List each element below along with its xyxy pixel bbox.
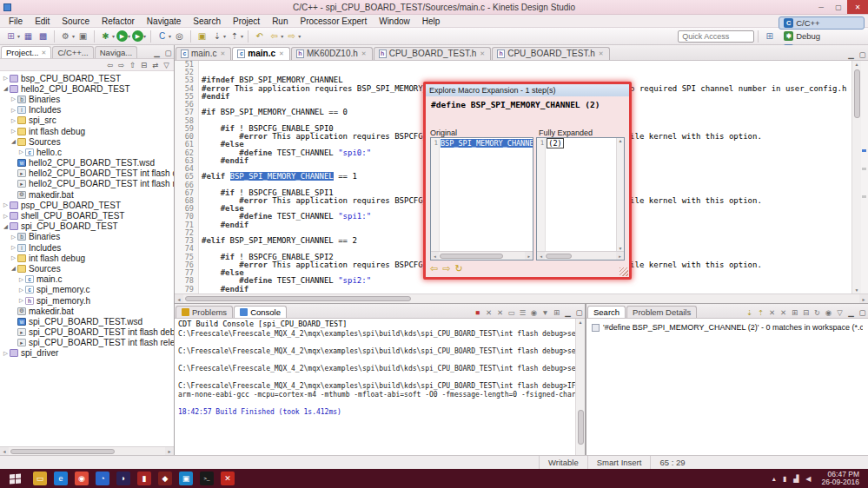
minimize-window-button[interactable]: ─ <box>812 0 830 14</box>
back-icon[interactable]: ⇦ <box>268 30 281 43</box>
previous-annotation-dropdown-icon[interactable]: ▾ <box>241 33 243 39</box>
last-edit-location-icon[interactable]: ↶ <box>253 30 266 43</box>
external-tools-icon[interactable]: ▶ <box>132 30 143 42</box>
next-expansion-icon[interactable]: ⇨ <box>442 263 450 274</box>
minimize-editor-icon[interactable]: ▁ <box>845 49 857 60</box>
scroll-right-icon[interactable]: ▸ <box>165 447 174 455</box>
console-output[interactable]: CDT Build Console [spi_CPU_BOARD_TEST] C… <box>175 319 585 455</box>
new-c-cpp-dropdown-icon[interactable]: ▾ <box>169 33 171 39</box>
expand-arrow-icon[interactable]: ▷ <box>2 75 10 82</box>
menu-file[interactable]: File <box>3 16 29 26</box>
close-tab-icon[interactable]: ✕ <box>220 50 225 57</box>
scroll-right-icon[interactable]: ▸ <box>859 294 868 303</box>
tree-item-spi-cpu-board-test[interactable]: ◢spi_CPU_BOARD_TEST <box>0 221 174 232</box>
expand-all-icon[interactable]: ⊞ <box>789 307 800 318</box>
debug-perspective-button[interactable]: ✱Debug <box>779 30 865 43</box>
scroll-left-icon[interactable]: ◂ <box>537 252 545 260</box>
tree-item-hello2-cpu-board-test[interactable]: ◢hello2_CPU_BOARD_TEST <box>0 83 174 94</box>
tree-item-makedir-bat[interactable]: ⚙makedir.bat <box>0 189 174 200</box>
collapse-arrow-icon[interactable]: ◢ <box>10 265 17 272</box>
tree-item-main-c[interactable]: ▷cmain.c <box>0 274 174 285</box>
new-dropdown-icon[interactable]: ▾ <box>17 33 20 39</box>
expand-arrow-icon[interactable]: ▷ <box>17 297 25 304</box>
previous-match-icon[interactable]: ⇡ <box>755 307 766 318</box>
menu-window[interactable]: Window <box>373 16 416 26</box>
tree-item-hello2-cpu-board-test-wsd[interactable]: whello2_CPU_BOARD_TEST.wsd <box>0 158 174 168</box>
save-icon[interactable]: ▦ <box>22 30 35 43</box>
close-tab-icon[interactable]: ✕ <box>361 50 367 57</box>
tree-item-spi-driver[interactable]: ▷spi_driver <box>0 348 174 359</box>
run-icon[interactable]: ▶ <box>116 30 128 42</box>
external-tools-dropdown-icon[interactable]: ▾ <box>143 33 146 39</box>
show-hidden-icons[interactable]: ▴ <box>772 475 776 483</box>
expand-arrow-icon[interactable]: ▷ <box>10 128 17 135</box>
menu-processor-expert[interactable]: Processor Expert <box>294 16 373 26</box>
collapse-all-icon[interactable]: ⊟ <box>800 307 812 318</box>
open-console-icon[interactable]: ⊞ <box>551 307 562 318</box>
expand-arrow-icon[interactable]: ▷ <box>17 276 25 283</box>
volume-icon[interactable]: ◀ <box>805 475 811 483</box>
expand-arrow-icon[interactable]: ▷ <box>2 350 10 357</box>
menu-navigate[interactable]: Navigate <box>141 16 187 26</box>
view-menu-icon[interactable]: ▽ <box>834 307 845 318</box>
search-results[interactable]: '#define BSP_SPI_MEMORY_CHANNEL (2)' - 0… <box>586 319 868 455</box>
forward-icon[interactable]: ⇨ <box>285 30 298 43</box>
menu-refactor[interactable]: Refactor <box>96 16 141 26</box>
expand-arrow-icon[interactable]: ▷ <box>17 287 25 293</box>
forward-dropdown-icon[interactable]: ▾ <box>298 33 301 39</box>
minimize-view-icon[interactable]: ▁ <box>151 47 162 58</box>
back-dropdown-icon[interactable]: ▾ <box>281 33 283 39</box>
collapse-arrow-icon[interactable]: ◢ <box>10 138 17 145</box>
tree-item-hello2-cpu-board-test-int-flash-release-jlink[interactable]: ▸hello2_CPU_BOARD_TEST int flash release… <box>0 179 174 189</box>
explorer-hscrollbar[interactable]: ◂ ▸ <box>0 446 174 455</box>
expanded-pane[interactable]: 1 (2) ▲ ▼ ◂ ▸ <box>536 137 625 260</box>
restore-window-button[interactable]: ▢ <box>830 0 847 14</box>
tree-item-spi-cpu-board-test-int-flash-debug-jlink-laur[interactable]: ▸spi_CPU_BOARD_TEST int flash debug jlin… <box>0 327 174 338</box>
start-button[interactable] <box>3 469 26 488</box>
next-annotation-icon[interactable]: ⇣ <box>210 30 223 43</box>
collapse-arrow-icon[interactable]: ◢ <box>2 85 10 92</box>
editor-tab-mk60dz10-h[interactable]: hMK60DZ10.h✕ <box>291 47 373 60</box>
quick-access-input[interactable] <box>678 30 754 43</box>
run-search-again-icon[interactable]: ↻ <box>812 307 823 318</box>
original-pane[interactable]: 1 BSP_SPI_MEMORY_CHANNEL ◂ ▸ <box>430 137 533 260</box>
editor-tab-main-c[interactable]: cmain.c✕ <box>176 47 231 60</box>
expand-arrow-icon[interactable]: ▷ <box>2 213 10 220</box>
pin-console-icon[interactable]: ◉ <box>528 307 540 318</box>
overview-ruler[interactable] <box>861 61 868 293</box>
search-result-item[interactable]: '#define BSP_SPI_MEMORY_CHANNEL (2)' - 0… <box>592 323 863 332</box>
previous-expansion-icon[interactable]: ⇦ <box>430 263 438 274</box>
tree-item-spi-src[interactable]: ▷spi_src <box>0 115 174 126</box>
scroll-down-icon[interactable]: ▼ <box>855 287 859 293</box>
open-perspective-icon[interactable]: ⊞ <box>763 30 776 43</box>
scroll-thumb[interactable] <box>854 69 860 118</box>
remove-all-launches-icon[interactable]: ✕ <box>494 307 506 318</box>
tree-item-spi-memory-h[interactable]: ▷hspi_memory.h <box>0 295 174 306</box>
tree-item-binaries[interactable]: ▷bBinaries <box>0 232 174 242</box>
scroll-thumb[interactable] <box>185 296 411 301</box>
menu-edit[interactable]: Edit <box>29 16 56 26</box>
link-with-editor-icon[interactable]: ⇄ <box>149 59 161 70</box>
forward-icon[interactable]: ⇨ <box>116 59 127 70</box>
save-all-icon[interactable]: ▩ <box>36 30 50 43</box>
taskbar-clock[interactable]: 06:47 PM 26-09-2016 <box>822 471 859 487</box>
eclipse-icon[interactable]: ◗ <box>116 472 130 485</box>
console-vscrollbar[interactable]: ▲ <box>575 319 585 455</box>
scroll-thumb[interactable] <box>578 410 584 445</box>
tab-problem-details[interactable]: Problem Details <box>626 306 697 318</box>
maximize-icon[interactable]: ▢ <box>573 307 585 318</box>
manage-configurations-icon[interactable]: ▣ <box>76 30 89 43</box>
tree-item-int-flash-debug[interactable]: ▷int flash debug <box>0 253 174 263</box>
rerun-expansion-icon[interactable]: ↻ <box>454 263 462 274</box>
close-window-button[interactable]: ✕ <box>847 0 868 14</box>
scroll-right-icon[interactable]: ▸ <box>525 252 533 260</box>
view-tab-c-c[interactable]: C/C++... <box>52 46 93 58</box>
expand-arrow-icon[interactable]: ▷ <box>2 201 10 208</box>
scroll-left-icon[interactable]: ◂ <box>431 252 439 260</box>
original-hscrollbar[interactable]: ◂ ▸ <box>431 251 533 260</box>
tree-item-includes[interactable]: ▷iIncludes <box>0 105 174 115</box>
menu-source[interactable]: Source <box>56 16 96 26</box>
tree-item-bsp-cpu-board-test[interactable]: ▷bsp_CPU_BOARD_TEST <box>0 73 174 83</box>
new-c-cpp-icon[interactable]: C <box>156 30 169 43</box>
tab-search[interactable]: Search <box>587 306 626 318</box>
